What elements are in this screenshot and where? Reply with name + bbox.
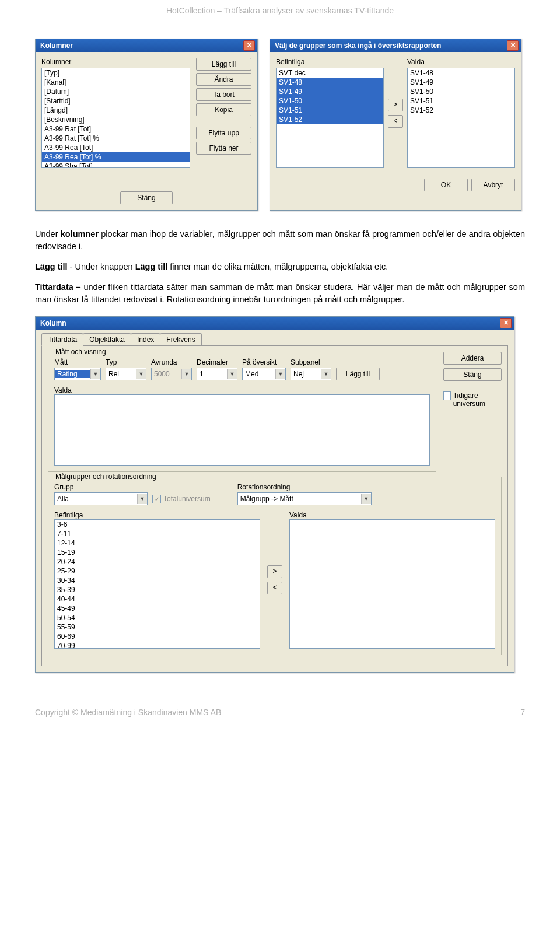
list-item[interactable]: 12-14 [55,538,260,548]
list-item[interactable]: 50-54 [55,613,260,622]
list-item[interactable]: [Typ] [42,68,190,78]
laggtill-button[interactable]: Lägg till [336,368,380,380]
cancel-button[interactable]: Avbryt [471,179,515,191]
list-item[interactable]: 15-19 [55,548,260,557]
window-title: Välj de grupper som ska ingå i översikts… [275,41,441,50]
list-item[interactable]: [Starttid] [42,96,190,106]
close-icon[interactable]: ✕ [500,318,512,328]
kolumner-listbox[interactable]: [Typ][Kanal][Datum][Starttid][Längd][Bes… [41,68,190,168]
list-item[interactable]: SV1-52 [408,106,514,115]
list-item[interactable]: 30-34 [55,576,260,585]
list-item[interactable]: 20-24 [55,557,260,566]
list-item[interactable]: A3-99 Rea [Tot] % [42,152,190,162]
kolumner-label: Kolumner [41,58,190,66]
move-down-button[interactable]: Flytta ner [196,142,251,155]
paragraph-3: Tittardata – under fliken tittardata sät… [35,281,525,306]
chevron-down-icon: ▼ [275,369,285,379]
tab-index[interactable]: Index [131,333,160,345]
befintliga-listbox[interactable]: 3-67-1112-1415-1920-2425-2930-3435-3940-… [54,519,260,649]
tidigare-checkbox-row[interactable]: Tidigare universum [443,391,502,408]
befintliga-label: Befintliga [276,58,384,66]
list-item[interactable]: 25-29 [55,566,260,576]
list-item[interactable]: SV1-48 [276,78,383,87]
list-item[interactable]: 60-69 [55,632,260,641]
valda-listbox[interactable]: SV1-48SV1-49SV1-50SV1-51SV1-52 [407,68,515,168]
list-item[interactable]: A3-99 Rea [Tot] [42,143,190,152]
list-item[interactable]: 7-11 [55,529,260,538]
list-item[interactable]: SV1-49 [408,78,514,87]
list-item[interactable]: A3-99 Rat [Tot] % [42,134,190,143]
list-item[interactable]: SV1-50 [276,96,383,106]
groupbox-matt: Mått Rating▼ Typ Rel▼ Avrunda 5000▼ [48,352,436,472]
valda-label: Valda [407,58,515,66]
tab-bar: TittardataObjektfaktaIndexFrekvens [36,330,514,345]
move-left-button[interactable]: < [267,582,282,594]
footer-page-number: 7 [520,708,525,717]
move-up-button[interactable]: Flytta upp [196,127,251,139]
chevron-down-icon: ▼ [227,369,237,379]
tab-tittardata[interactable]: Tittardata [41,333,83,346]
valda-listbox[interactable] [54,394,430,466]
window-title: Kolumn [40,319,66,327]
close-button[interactable]: Stäng [120,191,173,204]
list-item[interactable]: 70-99 [55,641,260,649]
chevron-down-icon: ▼ [361,494,371,504]
list-item[interactable]: SV1-50 [408,87,514,96]
move-left-button[interactable]: < [388,115,403,128]
list-item[interactable]: [Beskrivning] [42,115,190,124]
oversikt-combo[interactable]: Med▼ [242,368,286,380]
ok-button[interactable]: OK [424,179,468,191]
add-button[interactable]: Lägg till [196,58,251,71]
rotation-label: Rotationsordning [237,483,372,491]
avrunda-combo: 5000▼ [151,368,192,380]
list-item[interactable]: 40-44 [55,594,260,604]
subpanel-combo[interactable]: Nej▼ [290,368,331,380]
addera-button[interactable]: Addera [443,352,502,365]
decimaler-label: Decimaler [197,358,237,366]
checkbox-icon: ✓ [152,495,161,503]
matt-combo[interactable]: Rating▼ [54,368,101,380]
checkbox-icon[interactable] [443,391,451,400]
edit-button[interactable]: Ändra [196,73,251,86]
list-item[interactable]: [Kanal] [42,78,190,87]
decimaler-combo[interactable]: 1▼ [197,368,237,380]
copy-button[interactable]: Kopia [196,103,251,116]
totaluniversum-row: ✓ Totaluniversum [152,495,211,503]
befintliga-listbox[interactable]: SVT decSV1-48SV1-49SV1-50SV1-51SV1-52 [276,68,384,168]
grupp-combo[interactable]: Alla▼ [54,492,148,505]
list-item[interactable]: A3-99 Rat [Tot] [42,124,190,134]
list-item[interactable]: [Längd] [42,106,190,115]
list-item[interactable]: 45-49 [55,604,260,613]
close-icon[interactable]: ✕ [243,40,255,51]
window-kolumner: Kolumner ✕ Kolumner [Typ][Kanal][Datum][… [35,39,258,211]
list-item[interactable]: SVT dec [276,68,383,78]
typ-combo[interactable]: Rel▼ [106,368,146,380]
list-item[interactable]: SV1-51 [408,96,514,106]
list-item[interactable]: 35-39 [55,585,260,594]
valda2-listbox[interactable] [289,519,495,649]
tab-frekvens[interactable]: Frekvens [160,333,201,345]
titlebar-kolumn: Kolumn ✕ [36,317,514,330]
stang-button[interactable]: Stäng [443,368,502,381]
list-item[interactable]: 3-6 [55,520,260,529]
move-right-button[interactable]: > [388,99,403,111]
list-item[interactable]: SV1-48 [408,68,514,78]
list-item[interactable]: SV1-51 [276,106,383,115]
tidigare-label: Tidigare universum [453,391,502,408]
totaluniversum-label: Totaluniversum [163,495,211,503]
chevron-down-icon: ▼ [321,369,331,379]
delete-button[interactable]: Ta bort [196,88,251,101]
list-item[interactable]: [Datum] [42,87,190,96]
list-item[interactable]: 55-59 [55,622,260,632]
list-item[interactable]: A3-99 Sha [Tot] [42,162,190,168]
rotation-combo[interactable]: Målgrupp -> Mått▼ [237,492,372,505]
tab-objektfakta[interactable]: Objektfakta [83,333,131,345]
subpanel-label: Subpanel [290,358,331,366]
chevron-down-icon: ▼ [181,369,191,379]
groupbox-malgrupper: Grupp Alla▼ ✓ Totaluniversum Rotationsor… [48,477,502,655]
chevron-down-icon: ▼ [136,369,146,379]
close-icon[interactable]: ✕ [507,40,519,51]
list-item[interactable]: SV1-49 [276,87,383,96]
move-right-button[interactable]: > [267,565,282,578]
list-item[interactable]: SV1-52 [276,115,383,124]
